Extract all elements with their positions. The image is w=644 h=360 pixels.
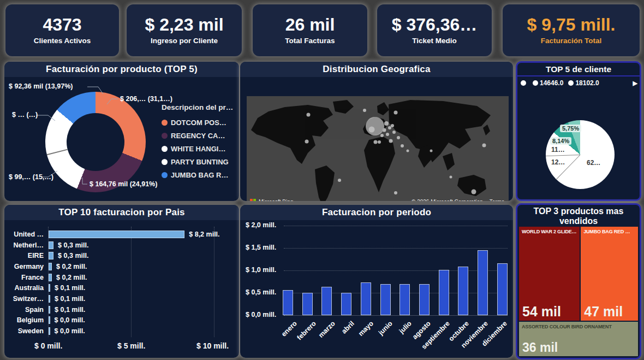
treemap-tile-assorted-colour-bird[interactable]: ASSORTED COLOUR BIRD ORNAMENT 36 mil — [519, 322, 638, 356]
kpi-label: Ticket Medio — [412, 37, 457, 45]
bar[interactable] — [49, 274, 52, 281]
legend-item-regency[interactable]: REGENCY CA… — [162, 129, 233, 142]
treemap-tile-jumbo-bag-red[interactable]: JUMBO BAG RED … 47 mil — [581, 227, 638, 321]
bar-value-label: $ 0,3 mill. — [58, 241, 88, 249]
legend-dot — [162, 120, 168, 126]
map-terms-link[interactable]: Terms — [490, 199, 504, 201]
bar-row-germany[interactable]: Germany $ 0,2 mill. — [4, 261, 239, 272]
bar[interactable] — [49, 252, 53, 259]
treemap: WORLD WAR 2 GLIDE… 54 mil JUMBO BAG RED … — [519, 227, 638, 356]
bar-row-belgium[interactable]: Belgium $ 0,0 mill. — [4, 315, 239, 326]
bar-value-label: $ 0,2 mill. — [56, 263, 87, 270]
legend-item-party-bunting[interactable]: PARTY BUNTING — [162, 155, 233, 168]
column-septiembre[interactable] — [439, 270, 449, 315]
kpi-value: $ 2,23 mil — [145, 16, 223, 33]
bar[interactable] — [49, 241, 53, 249]
bar-category: Germany — [4, 263, 49, 270]
column-abril[interactable] — [341, 293, 351, 315]
bar[interactable] — [49, 327, 50, 335]
column-agosto[interactable] — [419, 284, 430, 315]
clients-legend: 14646.0 18102.0 ▶ — [521, 79, 637, 87]
column-octubre[interactable] — [458, 267, 468, 315]
bar-category: EIRE — [4, 252, 49, 259]
kpi-label: Ingreso por Cliente — [151, 37, 218, 45]
legend-item[interactable] — [521, 80, 528, 86]
kpi-value: 4373 — [43, 16, 81, 33]
bar[interactable] — [49, 231, 184, 238]
y-axis-label: $ 2,0 mill. — [246, 221, 276, 229]
kpi-card-clientes-activos[interactable]: 4373 Clientes Activos — [5, 4, 119, 56]
kpi-card-ingreso-por-cliente[interactable]: $ 2,23 mil Ingreso por Cliente — [127, 4, 242, 56]
legend-next-arrow[interactable]: ▶ — [633, 80, 637, 87]
legend-item-jumbo-bag[interactable]: JUMBO BAG R… — [162, 168, 233, 181]
legend-item[interactable]: 14646.0 — [533, 79, 563, 87]
world-map — [247, 96, 509, 201]
panel-title: Facturación por producto (TOP 5) — [4, 62, 239, 77]
period-columns — [283, 226, 508, 315]
bar-value-label: $ 0,3 mill. — [58, 252, 88, 259]
y-axis-label: $ 1,0 mill. — [246, 266, 276, 274]
bing-map[interactable]: Microsoft Bing © 2026 Microsoft Corporat… — [247, 96, 509, 201]
legend-dot — [533, 80, 538, 86]
bar-value-label: $ 0,0 mill. — [55, 316, 85, 324]
kpi-card-ticket-medio[interactable]: $ 376,36… Ticket Medio — [377, 4, 492, 56]
legend-item-dotcom[interactable]: DOTCOM POS… — [162, 116, 233, 129]
panel-distribucion-geografica: Distribucion Geografica — [240, 62, 513, 201]
legend-label: PARTY BUNTING — [171, 158, 229, 166]
panel-title: Distribucion Geografica — [240, 62, 513, 77]
legend-dot — [568, 80, 574, 86]
kpi-label: Facturación Total — [541, 37, 602, 45]
column-diciembre[interactable] — [497, 263, 508, 315]
legend-label: 18102.0 — [575, 79, 599, 87]
x-axis-label-10: $ 10 mill. — [196, 341, 229, 350]
bar[interactable] — [49, 316, 50, 324]
treemap-tile-world-war-2-glider[interactable]: WORLD WAR 2 GLIDE… 54 mil — [519, 227, 580, 321]
legend-dot — [521, 80, 526, 86]
kpi-value: 26 mil — [285, 16, 335, 33]
tile-value: 54 mil — [522, 304, 561, 320]
legend-label: DOTCOM POS… — [171, 119, 226, 127]
column-noviembre[interactable] — [478, 250, 488, 315]
bar-row-france[interactable]: France $ 0,2 mill. — [4, 272, 239, 283]
bar[interactable] — [49, 284, 50, 292]
bar-row-sweden[interactable]: Sweden $ 0,0 mill. — [4, 326, 239, 337]
donut-label-white: $ 99,… (15,…) — [9, 173, 53, 181]
bar-row-switzerland[interactable]: Switzer… $ 0,1 mill. — [4, 293, 239, 304]
bar-row-australia[interactable]: Australia $ 0,1 mill. — [4, 282, 239, 293]
bar-row-eire[interactable]: EIRE $ 0,3 mill. — [4, 250, 239, 261]
y-axis-label: $ 1,5 mill. — [246, 244, 276, 251]
bar-row-spain[interactable]: Spain $ 0,1 mill. — [4, 304, 239, 315]
bar[interactable] — [49, 263, 52, 270]
bar-row-united[interactable]: United … $ 8,2 mill. — [4, 229, 239, 240]
x-axis-label-0: $ 0 mill. — [34, 341, 62, 350]
column-enero[interactable] — [283, 290, 293, 315]
kpi-card-facturacion-total[interactable]: $ 9,75 mill. Facturación Total — [503, 4, 640, 56]
column-julio[interactable] — [399, 284, 410, 315]
x-axis-label-5: $ 5 mill. — [117, 341, 145, 350]
legend-item-white-hanging[interactable]: WHITE HANGI… — [162, 142, 233, 155]
pie-label-5-75: 5,75% — [560, 125, 581, 132]
column-junio[interactable] — [380, 284, 391, 315]
map-attribution: © 2026 Microsoft Corporation Terms — [412, 199, 504, 201]
donut-chart[interactable] — [45, 92, 146, 192]
pie-label-62: 62… — [587, 159, 600, 167]
tile-name: ASSORTED COLOUR BIRD ORNAMENT — [522, 324, 636, 329]
legend-dot — [162, 172, 168, 178]
bar[interactable] — [49, 306, 50, 314]
panel-title: TOP 10 facturacion por Pais — [4, 205, 239, 220]
panel-title: TOP 3 productos mas vendidos — [517, 205, 640, 228]
column-marzo[interactable] — [321, 287, 332, 315]
kpi-card-total-facturas[interactable]: 26 mil Total Facturas — [253, 4, 367, 56]
gridline-y00 — [284, 315, 508, 316]
bar-category: Belgium — [4, 316, 49, 324]
column-mayo[interactable] — [361, 282, 371, 315]
map-provider: Microsoft Bing — [250, 199, 293, 201]
bar-row-netherlands[interactable]: Netherl… $ 0,3 mill. — [4, 240, 239, 251]
legend-item[interactable]: 18102.0 — [568, 79, 599, 87]
bar[interactable] — [49, 295, 50, 303]
column-febrero[interactable] — [302, 293, 313, 315]
pie-label-8-14: 8,14% — [550, 137, 571, 145]
bar-value-label: $ 0,1 mill. — [55, 284, 85, 292]
legend-label: REGENCY CA… — [171, 132, 225, 140]
bar-category: Australia — [4, 284, 49, 292]
